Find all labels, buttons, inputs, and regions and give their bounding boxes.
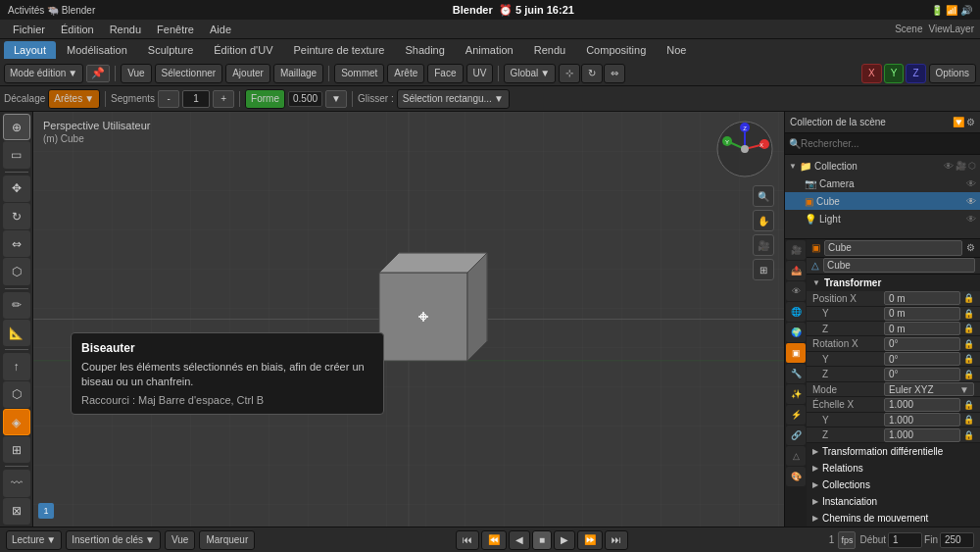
tool-transform[interactable]: ⬡ [3, 258, 30, 284]
vtab-view[interactable]: 👁 [786, 281, 806, 301]
tab-animation[interactable]: Animation [456, 41, 523, 59]
props-mesh-name[interactable] [823, 258, 975, 273]
tree-item-light[interactable]: 💡 Light 👁 [785, 210, 980, 227]
tab-edition-uv[interactable]: Édition d'UV [204, 41, 282, 59]
mesh-btn[interactable]: Maillage [273, 64, 323, 83]
menu-aide[interactable]: Aide [203, 22, 238, 37]
props-section-diff-transform[interactable]: ▶ Transformation différentielle [807, 443, 980, 460]
tool-shrink[interactable]: ⊠ [3, 498, 30, 525]
transform-icon-1[interactable]: ⊹ [559, 64, 580, 83]
transform-icon-3[interactable]: ⇔ [604, 64, 625, 83]
tool-select-box[interactable]: ▭ [3, 141, 30, 168]
timeline-view-btn[interactable]: Vue [165, 530, 195, 550]
vtab-render[interactable]: 🎥 [786, 240, 806, 260]
pin-btn[interactable]: 📌 [86, 65, 110, 82]
tool-cursor[interactable]: ⊕ [3, 114, 30, 140]
tool-smooth[interactable]: 〰 [3, 470, 30, 496]
start-frame[interactable]: 1 [888, 532, 922, 548]
outliner-search[interactable]: 🔍 [785, 133, 980, 155]
forme-value[interactable]: 0.500 [288, 91, 322, 107]
cube-eye-icon[interactable]: 👁 [966, 196, 976, 207]
options-btn[interactable]: Options [929, 64, 976, 83]
forme-dropdown[interactable]: Forme [245, 89, 285, 109]
rot-x-value[interactable]: 0° [884, 337, 960, 351]
props-section-instanciation[interactable]: ▶ Instanciation [807, 493, 980, 510]
vtab-data[interactable]: △ [786, 446, 806, 466]
view-btn[interactable]: Vue [121, 64, 151, 83]
play-btn[interactable]: ▶ [554, 530, 575, 550]
viewport-gizmo[interactable]: X Y Z [715, 120, 774, 178]
face-btn[interactable]: Face [427, 64, 463, 83]
camera-btn[interactable]: 🎥 [753, 234, 774, 256]
vtab-object[interactable]: ▣ [786, 343, 806, 363]
props-section-transformer[interactable]: ▼ Transformer [807, 275, 980, 291]
rot-y-value[interactable]: 0° [884, 352, 960, 366]
selection-dropdown[interactable]: Sélection rectangu... ▼ [397, 89, 510, 109]
step-fwd-btn[interactable]: ⏩ [577, 530, 603, 550]
zoom-btn[interactable]: 🔍 [753, 185, 774, 207]
add-btn[interactable]: Ajouter [225, 64, 270, 83]
vtab-material[interactable]: 🎨 [786, 467, 806, 486]
vtab-world[interactable]: 🌍 [786, 323, 806, 342]
vtab-particles[interactable]: ✨ [786, 384, 806, 404]
forme-expand[interactable]: ▼ [325, 90, 347, 108]
hand-btn[interactable]: ✋ [753, 210, 774, 231]
tab-shading[interactable]: Shading [395, 41, 454, 59]
rot-x-lock[interactable]: 🔒 [963, 339, 974, 349]
tool-loopcut[interactable]: ⊞ [3, 436, 30, 463]
mode-value[interactable]: Euler XYZ ▼ [884, 382, 974, 396]
menu-edition[interactable]: Édition [54, 22, 101, 37]
tree-item-camera[interactable]: 📷 Camera 👁 [785, 175, 980, 192]
props-section-relations[interactable]: ▶ Relations [807, 460, 980, 477]
end-frame[interactable]: 250 [940, 532, 974, 548]
props-menu-icon[interactable]: ⚙ [966, 242, 975, 253]
tool-annotate[interactable]: ✏ [3, 292, 30, 319]
select-btn[interactable]: Sélectionner [155, 64, 223, 83]
scale-z-lock[interactable]: 🔒 [963, 430, 974, 440]
frame-fps-btn[interactable]: fps [838, 531, 856, 549]
tab-noe[interactable]: Noe [657, 41, 696, 59]
vtab-modifier[interactable]: 🔧 [786, 364, 806, 383]
segments-minus[interactable]: - [158, 90, 179, 108]
pos-z-lock[interactable]: 🔒 [963, 324, 974, 333]
tool-extrude[interactable]: ↑ [3, 353, 30, 379]
segments-value[interactable]: 1 [182, 90, 210, 108]
pos-y-value[interactable]: 0 m [884, 307, 960, 321]
timeline-marker-btn[interactable]: Marqueur [199, 530, 255, 550]
tab-sculpture[interactable]: Sculpture [138, 41, 203, 59]
tab-compositing[interactable]: Compositing [576, 41, 656, 59]
viewport[interactable]: Perspective Utilisateur (m) Cube [33, 112, 784, 527]
outliner-filter-icon[interactable]: 🔽 [953, 117, 964, 127]
camera-eye-icon[interactable]: 👁 [966, 178, 976, 189]
scale-x-value[interactable]: 1.000 [884, 398, 960, 412]
jump-start-btn[interactable]: ⏮ [456, 530, 479, 550]
outliner-settings-icon[interactable]: ⚙ [966, 117, 975, 127]
tool-scale[interactable]: ⇔ [3, 230, 30, 257]
tool-inset[interactable]: ⬡ [3, 381, 30, 408]
play-back-btn[interactable]: ◀ [509, 530, 530, 550]
tool-measure[interactable]: 📐 [3, 320, 30, 346]
light-eye-icon[interactable]: 👁 [966, 214, 976, 225]
menu-fenetre[interactable]: Fenêtre [150, 22, 201, 37]
key-insert-dropdown[interactable]: Insertion de clés ▼ [66, 530, 161, 550]
grid-btn[interactable]: ⊞ [753, 259, 774, 280]
tool-move[interactable]: ✥ [3, 176, 30, 202]
x-btn[interactable]: X [861, 64, 882, 83]
rot-y-lock[interactable]: 🔒 [963, 354, 974, 364]
vtab-constraints[interactable]: 🔗 [786, 426, 806, 445]
tab-layout[interactable]: Layout [4, 41, 56, 59]
props-section-chemins[interactable]: ▶ Chemins de mouvement [807, 510, 980, 527]
scale-z-value[interactable]: 1.000 [884, 428, 960, 442]
y-btn[interactable]: Y [884, 64, 905, 83]
vtab-output[interactable]: 📤 [786, 261, 806, 280]
transform-icon-2[interactable]: ↻ [581, 64, 603, 83]
segments-plus[interactable]: + [213, 90, 234, 108]
vertex-btn[interactable]: Sommet [334, 64, 384, 83]
edge-btn[interactable]: Arête [387, 64, 424, 83]
props-object-name[interactable] [824, 240, 962, 256]
menu-rendu[interactable]: Rendu [103, 22, 148, 37]
collection-cam-icon[interactable]: 🎥 [956, 161, 966, 172]
pos-x-lock[interactable]: 🔒 [963, 293, 974, 303]
tab-modelisation[interactable]: Modélisation [57, 41, 137, 59]
tree-item-cube[interactable]: ▣ Cube 👁 [785, 192, 980, 210]
